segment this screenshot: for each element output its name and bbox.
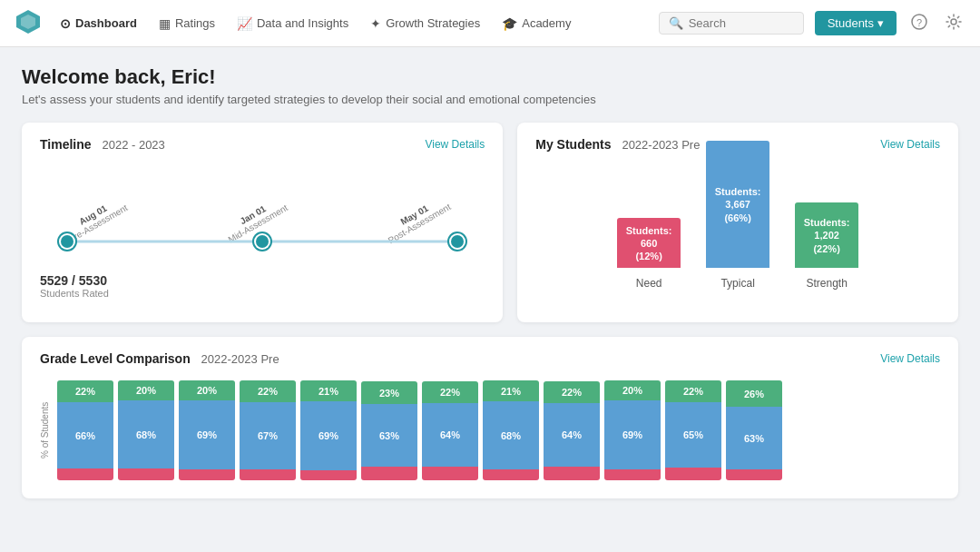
bar-typical-label: Students: 3,667 (66%) [715, 185, 761, 224]
seg-bot-9 [604, 469, 661, 480]
timeline-header: Timeline 2022 - 2023 View Details [40, 137, 485, 152]
bar-need: Students: 660 (12%) [617, 218, 681, 268]
seg-mid-label-6: 64% [440, 429, 460, 440]
grade-bar-col-10: 22% 65% [665, 380, 721, 480]
timeline-visual: Aug 01 Pre-Assessment Jan 01 Mid-Assessm… [40, 163, 485, 257]
bar-typical: Students: 3,667 (66%) [706, 141, 769, 268]
nav-label-growth: Growth Strategies [386, 16, 480, 30]
timeline-header-left: Timeline 2022 - 2023 [40, 137, 165, 152]
seg-bot-11 [726, 469, 782, 480]
nav-label-academy: Academy [522, 16, 571, 30]
seg-mid-label-0: 66% [75, 430, 95, 441]
seg-bot-4 [300, 470, 357, 480]
grade-bar-col-5: 23% 63% [361, 381, 417, 480]
timeline-count: 5529 / 5530 [40, 273, 485, 288]
timeline-year: 2022 - 2023 [102, 138, 164, 152]
seg-mid-label-9: 69% [622, 429, 642, 440]
seg-top-label-3: 22% [258, 386, 278, 397]
seg-bot-3 [240, 469, 296, 480]
nav-label-dashboard: Dashboard [75, 16, 137, 30]
seg-mid-1: 68% [118, 400, 174, 468]
seg-top-label-1: 20% [136, 385, 156, 396]
help-button[interactable]: ? [907, 10, 931, 37]
bar-wrap-typical: Students: 3,667 (66%) [706, 141, 769, 268]
nav-label-data-insights: Data and Insights [257, 16, 348, 30]
nav-items: ⊙ Dashboard ▦ Ratings 📈 Data and Insight… [60, 13, 659, 34]
navbar: ⊙ Dashboard ▦ Ratings 📈 Data and Insight… [0, 0, 980, 47]
seg-mid-label-8: 64% [562, 429, 582, 440]
bar-need-label: Students: 660 (12%) [626, 223, 672, 262]
nav-item-ratings[interactable]: ▦ Ratings [159, 13, 215, 34]
svg-text:?: ? [916, 16, 922, 27]
my-students-card: My Students 2022-2023 Pre View Details S… [517, 123, 958, 322]
welcome-subtitle: Let's assess your students and identify … [22, 93, 958, 106]
bar-col-need: Students: 660 (12%) Need [617, 218, 681, 290]
page-content: Welcome back, Eric! Let's assess your st… [0, 47, 980, 517]
grade-bar-col-1: 20% 68% [118, 380, 174, 480]
grade-bar-col-0: 22% 66% [57, 380, 113, 480]
seg-mid-label-3: 67% [258, 430, 278, 441]
seg-top-label-0: 22% [75, 386, 95, 397]
grade-comparison-year: 2022-2023 Pre [201, 352, 279, 366]
seg-mid-label-1: 68% [136, 429, 156, 440]
students-btn-label: Students [828, 16, 874, 30]
bar-col-strength: Students: 1,202 (22%) Strength [795, 202, 858, 290]
seg-top-label-8: 22% [562, 387, 582, 398]
grade-bar-col-8: 22% 64% [544, 381, 600, 480]
grade-bar-col-9: 20% 69% [604, 380, 661, 480]
seg-mid-label-11: 63% [744, 433, 764, 444]
seg-mid-label-5: 63% [379, 430, 399, 441]
grade-comparison-header-left: Grade Level Comparison 2022-2023 Pre [40, 351, 279, 366]
seg-mid-5: 63% [361, 404, 417, 467]
seg-top-label-5: 23% [379, 388, 399, 399]
seg-top-label-10: 22% [683, 386, 703, 397]
grade-bars-container: 22% 66% 20% 68% 20% 69% 22% [57, 380, 782, 480]
seg-bot-7 [483, 469, 539, 480]
nav-item-data-insights[interactable]: 📈 Data and Insights [237, 13, 348, 34]
bar-wrap-need: Students: 660 (12%) [617, 218, 681, 268]
seg-top-label-9: 20% [622, 385, 642, 396]
timeline-card: Timeline 2022 - 2023 View Details Aug 01… [22, 123, 503, 322]
seg-mid-11: 63% [726, 407, 782, 469]
welcome-title: Welcome back, Eric! [22, 65, 958, 89]
search-input[interactable] [689, 16, 794, 30]
nav-item-dashboard[interactable]: ⊙ Dashboard [60, 13, 137, 34]
students-view-details[interactable]: View Details [880, 138, 940, 151]
timeline-title: Timeline [40, 137, 92, 152]
chevron-down-icon: ▾ [877, 16, 884, 30]
search-box[interactable]: 🔍 [659, 12, 804, 34]
bar-typical-axis-label: Typical [720, 277, 754, 290]
bar-strength: Students: 1,202 (22%) [795, 202, 858, 268]
grade-bar-col-6: 22% 64% [422, 381, 478, 480]
seg-bot-8 [544, 467, 600, 480]
seg-bot-0 [57, 468, 113, 480]
seg-bot-1 [118, 468, 174, 480]
seg-mid-0: 66% [57, 402, 113, 468]
settings-button[interactable] [942, 10, 965, 37]
seg-mid-3: 67% [240, 402, 296, 469]
bar-wrap-strength: Students: 1,202 (22%) [795, 202, 858, 268]
timeline-count-label: Students Rated [40, 288, 485, 299]
grade-comparison-view-details[interactable]: View Details [880, 352, 940, 365]
bar-strength-axis-label: Strength [806, 277, 847, 290]
seg-bot-10 [665, 468, 721, 480]
seg-top-10: 22% [665, 380, 721, 402]
bar-chart: Students: 660 (12%) Need Students: 3,667 [535, 163, 940, 308]
students-title: My Students [535, 137, 611, 152]
seg-top-7: 21% [483, 380, 539, 401]
seg-bot-5 [361, 467, 417, 480]
nav-item-growth-strategies[interactable]: ✦ Growth Strategies [370, 13, 480, 34]
timeline-view-details[interactable]: View Details [425, 138, 485, 151]
students-button[interactable]: Students ▾ [815, 11, 897, 35]
grade-bar-col-7: 21% 68% [483, 380, 539, 480]
grade-comparison-header: Grade Level Comparison 2022-2023 Pre Vie… [40, 351, 940, 366]
grade-chart-area: % of Students 22% 66% 20% 68% 20% 69% [40, 377, 940, 484]
seg-mid-9: 69% [604, 400, 661, 469]
nav-item-academy[interactable]: 🎓 Academy [502, 13, 571, 34]
grade-bar-col-4: 21% 69% [300, 380, 357, 480]
growth-icon: ✦ [370, 16, 381, 31]
seg-top-3: 22% [240, 380, 296, 402]
app-logo [15, 8, 42, 38]
seg-mid-label-4: 69% [318, 430, 338, 441]
grade-comparison-title: Grade Level Comparison [40, 351, 191, 366]
